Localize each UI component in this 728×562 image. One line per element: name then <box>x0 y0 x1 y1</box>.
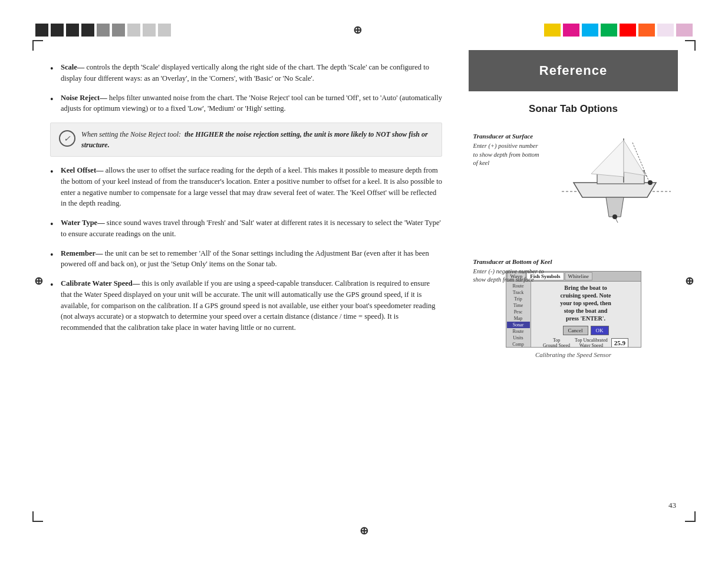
note-icon: ✓ <box>59 130 75 147</box>
bar-block-7 <box>127 24 140 37</box>
calib-bottom: Top Ground Speed Top Uncalibrated Water … <box>543 338 628 348</box>
reference-title: Reference <box>475 63 672 78</box>
calib-caption: Calibrating the Speed Sensor <box>469 351 678 358</box>
bullet-calibrate-bold: Calibrate Water Speed— <box>61 279 140 287</box>
bar-block-9 <box>158 24 171 37</box>
bullet-water-type-bold: Water Type— <box>61 219 105 227</box>
calib-buttons: Cancel OK <box>563 326 609 335</box>
color-block-7 <box>657 24 674 37</box>
main-content: Scale— controls the depth 'Scale' displa… <box>50 50 678 512</box>
sidebar-trip: Trip <box>507 296 530 302</box>
calib-tab-white: Whiteline <box>565 272 593 280</box>
calib-ground-speed-label: Ground Speed <box>543 343 570 348</box>
bullet-noise-reject-bold: Noise Reject— <box>61 94 107 102</box>
trans-bottom-desc: Enter (-) negative number to show depth … <box>473 267 550 285</box>
bullet-calibrate: Calibrate Water Speed— this is only avai… <box>50 278 442 333</box>
bullet-remember-body: the unit can be set to remember 'All' of… <box>61 249 429 269</box>
calib-ok-btn[interactable]: OK <box>591 326 609 335</box>
boat-svg <box>556 130 674 230</box>
bar-block-2 <box>51 24 64 37</box>
bullet-water-type: Water Type— since sound waves travel thr… <box>50 217 442 240</box>
bullet-remember-bold: Remember— <box>61 249 103 257</box>
sidebar-time: Time <box>507 302 530 309</box>
sidebar-pesc: Pesc <box>507 309 530 315</box>
trans-surface-desc: Enter (+) positive number to show depth … <box>473 142 541 168</box>
bullet-noise-reject: Noise Reject— helps filter unwanted nois… <box>50 92 442 115</box>
left-column: Scale— controls the depth 'Scale' displa… <box>50 50 460 512</box>
calib-top-label: Top <box>553 338 560 343</box>
calib-sidebar: Route Track Trip Time Pesc Map Sonar Rou… <box>506 282 531 348</box>
calib-water-speed-label: Water Speed <box>579 343 603 348</box>
sidebar-track: Track <box>507 289 530 296</box>
bar-right <box>544 24 693 37</box>
bullet-noise-reject-body: helps filter unwanted noise from the cha… <box>61 94 442 113</box>
sonar-tab-title: Sonar Tab Options <box>469 103 678 115</box>
top-bar: ⊕ <box>0 24 728 37</box>
note-text: When setting the Noise Reject tool: the … <box>81 129 433 150</box>
corner-mark-br <box>685 511 696 522</box>
bar-block-1 <box>35 24 48 37</box>
side-crosshair-left: ⊕ <box>34 275 43 287</box>
reference-header: Reference <box>469 50 678 91</box>
corner-mark-bl <box>32 511 43 522</box>
color-block-2 <box>563 24 579 37</box>
corner-mark-tr <box>685 40 696 51</box>
color-block-1 <box>544 24 561 37</box>
page-container: ⊕ ⊕ ⊕ ⊕ Scale— controls the depth 'Scale… <box>0 0 728 562</box>
calib-bottom-labels2: Top Uncalibrated Water Speed <box>575 338 608 348</box>
calib-message: Bring the boat tocruising speed. Noteyou… <box>560 284 611 322</box>
bullet-water-type-body: since sound waves travel through 'Fresh'… <box>61 219 441 238</box>
svg-point-4 <box>648 180 653 185</box>
calib-main: Bring the boat tocruising speed. Noteyou… <box>531 282 641 348</box>
color-block-3 <box>582 24 598 37</box>
color-block-4 <box>601 24 617 37</box>
sidebar-route2: Route <box>507 328 530 335</box>
bullet-scale-body: controls the depth 'Scale' displayed ver… <box>61 63 429 82</box>
bullet-keel-offset: Keel Offset— allows the user to offset t… <box>50 165 442 209</box>
calib-bottom-labels: Top Ground Speed <box>543 338 570 348</box>
sidebar-sonar: Sonar <box>507 322 530 328</box>
page-number: 43 <box>668 501 676 510</box>
calib-value: 25.9 <box>611 338 628 348</box>
sidebar-units: Units <box>507 335 530 341</box>
calib-top-uncal-label: Top Uncalibrated <box>575 338 608 343</box>
corner-mark-tl <box>32 40 43 51</box>
right-column: Reference Sonar Tab Options Transducer a… <box>460 50 678 512</box>
boat-diagram-wrapper: Transducer at Surface Enter (+) positive… <box>473 127 674 244</box>
bar-block-5 <box>97 24 110 37</box>
top-crosshair: ⊕ <box>353 24 362 37</box>
bottom-crosshair: ⊕ <box>360 524 368 537</box>
sidebar-map: Map <box>507 315 530 322</box>
color-block-6 <box>638 24 655 37</box>
calib-cancel-btn[interactable]: Cancel <box>563 326 588 335</box>
side-crosshair-right: ⊕ <box>685 275 694 287</box>
trans-bottom-title: Transducer at Bottom of Keel <box>473 258 552 265</box>
bar-block-8 <box>143 24 156 37</box>
color-block-5 <box>620 24 636 37</box>
bar-block-6 <box>112 24 125 37</box>
note-box: ✓ When setting the Noise Reject tool: th… <box>50 123 442 157</box>
bar-left <box>35 24 171 37</box>
bullet-scale: Scale— controls the depth 'Scale' displa… <box>50 62 442 84</box>
sidebar-comp: Comp <box>507 341 530 348</box>
bullet-keel-offset-body: allows the user to offset the surface re… <box>61 166 442 207</box>
trans-surface-title: Transducer at Surface <box>473 133 533 140</box>
bullet-keel-offset-bold: Keel Offset— <box>61 166 104 174</box>
bullet-remember: Remember— the unit can be set to remembe… <box>50 248 442 270</box>
bullet-scale-bold: Scale— <box>61 63 84 71</box>
color-block-8 <box>676 24 693 37</box>
calib-body: Route Track Trip Time Pesc Map Sonar Rou… <box>506 282 641 348</box>
bar-block-3 <box>66 24 79 37</box>
bar-block-4 <box>81 24 94 37</box>
